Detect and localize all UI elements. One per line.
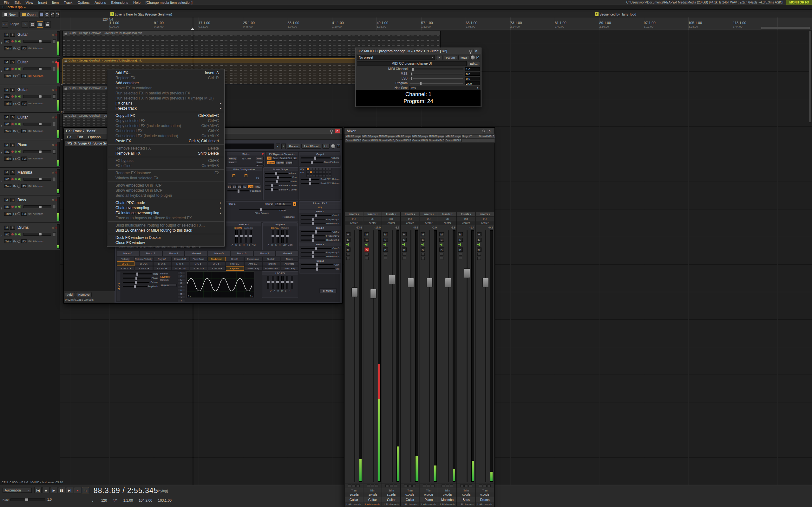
- mod-source-button[interactable]: S-LFO 3▾: [153, 266, 171, 271]
- insert-fx-param-row[interactable]: Band 3: [299, 242, 341, 246]
- speaker-icon[interactable]: [346, 243, 350, 246]
- filter-type-dropdown[interactable]: LP 12 dB: [275, 203, 291, 206]
- mute-button[interactable]: M: [4, 88, 9, 92]
- fx-mini-button[interactable]: [460, 485, 464, 487]
- fx-slot[interactable]: General MIDI Synth: [345, 138, 362, 143]
- mute-button[interactable]: M: [4, 226, 9, 230]
- pan-readout[interactable]: center: [382, 221, 400, 225]
- context-menu-item[interactable]: Chain oversampling ▸: [107, 205, 224, 210]
- solo-button[interactable]: S: [10, 170, 15, 175]
- solo-button[interactable]: S: [420, 238, 425, 242]
- volume-value[interactable]: 0.00dB: [401, 493, 419, 497]
- io-button[interactable]: I/O: [4, 232, 10, 236]
- trim-button[interactable]: Trim: [4, 129, 12, 133]
- record-arm-button[interactable]: R: [420, 247, 425, 251]
- volume-fader[interactable]: [23, 205, 51, 208]
- macro-knob[interactable]: Macro 3: [162, 251, 185, 256]
- mod-source-button[interactable]: Poly AT: [153, 257, 171, 261]
- scene-output-slider[interactable]: [265, 177, 292, 178]
- rate-slider[interactable]: [10, 498, 45, 501]
- pan-knob[interactable]: [53, 177, 56, 181]
- mod-source-button[interactable]: S-LFO 2▾: [135, 266, 153, 271]
- fx-slot[interactable]: General MIDI Synth: [478, 134, 495, 138]
- volume-value[interactable]: -10.1dB: [345, 493, 363, 497]
- record-monitor-icon[interactable]: [11, 178, 14, 180]
- surge-menu-button[interactable]: ≡ Menu: [319, 288, 337, 293]
- close-icon[interactable]: ✕: [335, 129, 340, 133]
- macro-knob[interactable]: Macro 8: [276, 251, 299, 256]
- fx-mini-button[interactable]: [442, 485, 445, 487]
- phase-button[interactable]: [459, 257, 462, 260]
- context-menu-item[interactable]: Dock FX window in Docker: [107, 235, 224, 240]
- fx-slot[interactable]: General MIDI Synth: [445, 138, 461, 143]
- io-button[interactable]: I/O: [4, 205, 10, 209]
- speaker-icon[interactable]: [365, 243, 368, 246]
- fx-power-icon[interactable]: [17, 47, 20, 50]
- record-monitor-icon[interactable]: [11, 95, 14, 98]
- fx-menu-item[interactable]: FX: [67, 135, 72, 139]
- trim-row[interactable]: Trim: [363, 488, 382, 493]
- filter-routing-diagram[interactable]: FB: [228, 172, 260, 184]
- fx-enable-icon[interactable]: [14, 123, 17, 125]
- param-button[interactable]: Param: [287, 144, 300, 149]
- mute-button[interactable]: M: [439, 232, 444, 236]
- param-slider[interactable]: [409, 78, 463, 79]
- insert-fx-param-row[interactable]: Mix: [299, 267, 341, 271]
- mod-source-button[interactable]: Timbre: [281, 257, 299, 261]
- pan-readout[interactable]: center: [476, 221, 494, 225]
- context-menu-item[interactable]: Show embedded UI in TCP: [107, 183, 224, 188]
- volume-fader[interactable]: [389, 230, 396, 482]
- insert-fx-param-row[interactable]: Gain 3: [299, 246, 341, 250]
- mute-button[interactable]: M: [364, 232, 369, 236]
- record-monitor-icon[interactable]: [11, 123, 14, 125]
- fx-enable-icon[interactable]: [14, 151, 17, 153]
- io-button[interactable]: I/O: [4, 177, 10, 181]
- io-button[interactable]: I/O: [4, 122, 10, 126]
- fx-bypass-option[interactable]: Off: [267, 157, 271, 160]
- mute-button[interactable]: M: [420, 232, 425, 236]
- fx-enable-icon[interactable]: [14, 68, 17, 70]
- volume-slider[interactable]: [301, 158, 331, 158]
- fx-mini-button[interactable]: [348, 485, 351, 487]
- mod-source-button[interactable]: Random: [262, 262, 280, 266]
- fx-mini-button[interactable]: [386, 485, 389, 487]
- fx-mini-button[interactable]: [479, 485, 483, 487]
- add-preset-button[interactable]: +: [436, 55, 443, 60]
- fx-slot[interactable]: General MIDI Synth: [395, 138, 412, 143]
- io-button[interactable]: I/O: [4, 95, 10, 99]
- lfo-trigger-mode[interactable]: Keytrigger: [160, 275, 177, 279]
- speaker-icon[interactable]: [384, 243, 387, 246]
- lfo-shape-icon[interactable]: ▦: [177, 292, 185, 295]
- trim-row[interactable]: Trim: [476, 488, 494, 493]
- add-preset-button[interactable]: +: [281, 144, 286, 149]
- route-mini-button[interactable]: [468, 485, 472, 487]
- volume-value[interactable]: -10.9dB: [363, 493, 382, 497]
- fx-mini-button[interactable]: [404, 485, 408, 487]
- menu-item[interactable]: Item: [49, 1, 61, 4]
- fx-slot[interactable]: [478, 138, 495, 143]
- speaker-icon[interactable]: [458, 243, 462, 246]
- io-button[interactable]: I/O: [4, 67, 10, 71]
- track-name[interactable]: Bass: [457, 497, 475, 502]
- filter-balance-slider[interactable]: [240, 209, 285, 210]
- solo-button[interactable]: S: [10, 143, 15, 147]
- lfo-shape-icon[interactable]: ≋: [177, 285, 185, 288]
- fx-button[interactable]: FX: [21, 212, 28, 216]
- context-menu-item[interactable]: Close FX window: [107, 240, 224, 245]
- pan-readout[interactable]: center: [438, 221, 456, 225]
- context-menu-item[interactable]: Window float selected FX: [107, 176, 224, 181]
- insert-fx-param-row[interactable]: EQ: [299, 205, 341, 209]
- phase-button[interactable]: [346, 257, 350, 260]
- eg-slider[interactable]: [272, 276, 274, 289]
- tcp-empty-area[interactable]: [0, 250, 60, 485]
- volume-fader[interactable]: [351, 230, 358, 482]
- feedback-slider[interactable]: [227, 190, 249, 191]
- fx-menu-item[interactable]: Edit: [77, 135, 83, 139]
- volume-fader[interactable]: [426, 230, 433, 482]
- phase-button[interactable]: [440, 257, 444, 260]
- fx-button[interactable]: FX: [21, 184, 28, 188]
- preset-dropdown[interactable]: No preset▾: [357, 55, 435, 60]
- context-menu-item[interactable]: Build multichannel routing for output of…: [107, 223, 224, 228]
- solo-button[interactable]: S: [10, 60, 15, 64]
- tune-button[interactable]: Tune: [256, 161, 264, 164]
